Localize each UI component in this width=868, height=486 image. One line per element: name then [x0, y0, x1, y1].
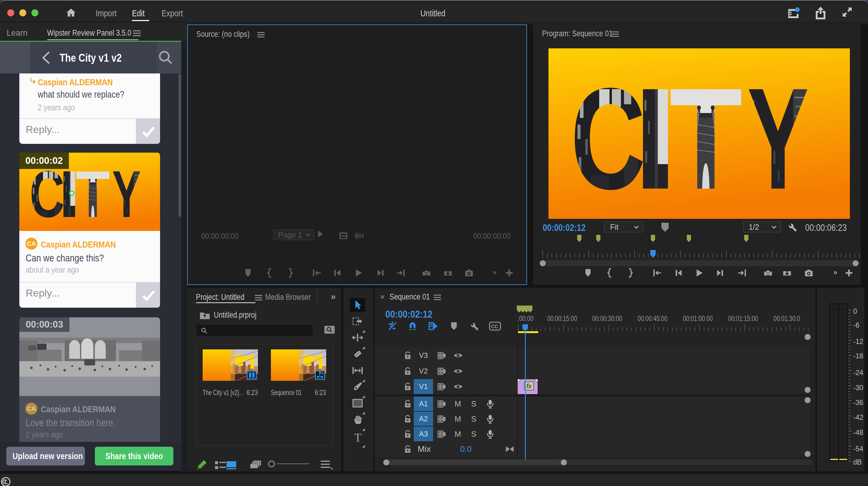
svg-text:»: »	[493, 268, 497, 276]
svg-text:»: »	[833, 268, 837, 276]
svg-text:CC: CC	[491, 324, 498, 329]
